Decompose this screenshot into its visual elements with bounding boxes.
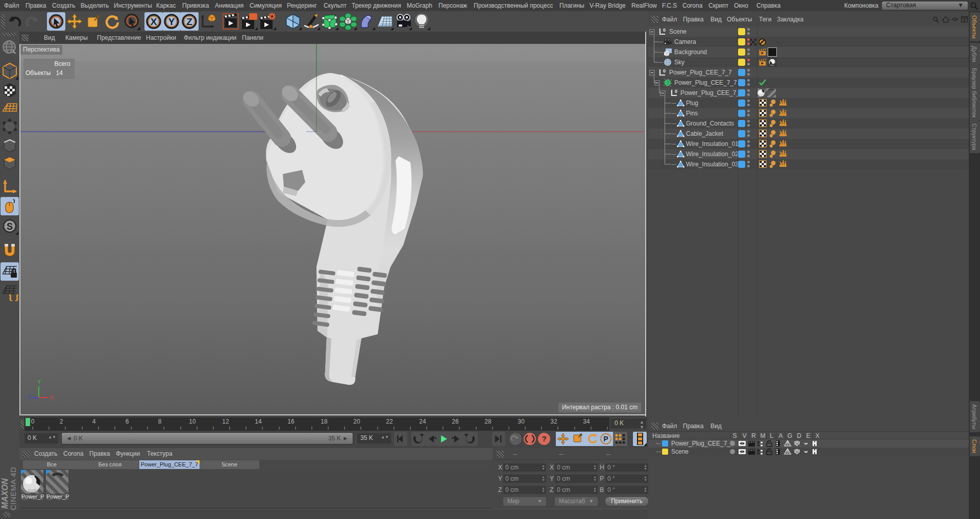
svg-text:8: 8 xyxy=(158,418,162,425)
svg-text:18: 18 xyxy=(321,418,328,425)
svg-text:12: 12 xyxy=(222,418,229,425)
svg-text:6: 6 xyxy=(126,418,129,425)
svg-text:32: 32 xyxy=(550,418,557,425)
svg-text:Y: Y xyxy=(168,16,175,27)
svg-text:10: 10 xyxy=(189,418,196,425)
svg-text:X: X xyxy=(151,16,157,27)
svg-text:Power_P: Power_P xyxy=(46,493,69,500)
svg-text:16: 16 xyxy=(287,418,295,425)
svg-text:Power_P: Power_P xyxy=(21,493,44,500)
svg-text:2: 2 xyxy=(60,418,63,425)
svg-text:?: ? xyxy=(542,434,546,443)
svg-text:Z: Z xyxy=(186,16,192,27)
svg-text:Y: Y xyxy=(37,379,41,385)
svg-text:4: 4 xyxy=(92,418,96,425)
svg-text:34: 34 xyxy=(583,418,590,425)
svg-text:P: P xyxy=(603,435,608,443)
svg-text:0: 0 xyxy=(31,418,35,425)
svg-text:26: 26 xyxy=(452,418,459,425)
svg-text:30: 30 xyxy=(518,418,525,425)
svg-text:22: 22 xyxy=(386,418,393,425)
svg-text:Z: Z xyxy=(28,393,31,400)
svg-text:X: X xyxy=(50,394,54,401)
svg-text:28: 28 xyxy=(484,418,492,425)
svg-text:20: 20 xyxy=(353,418,360,425)
svg-text:24: 24 xyxy=(419,418,426,425)
svg-text:14: 14 xyxy=(255,418,262,425)
